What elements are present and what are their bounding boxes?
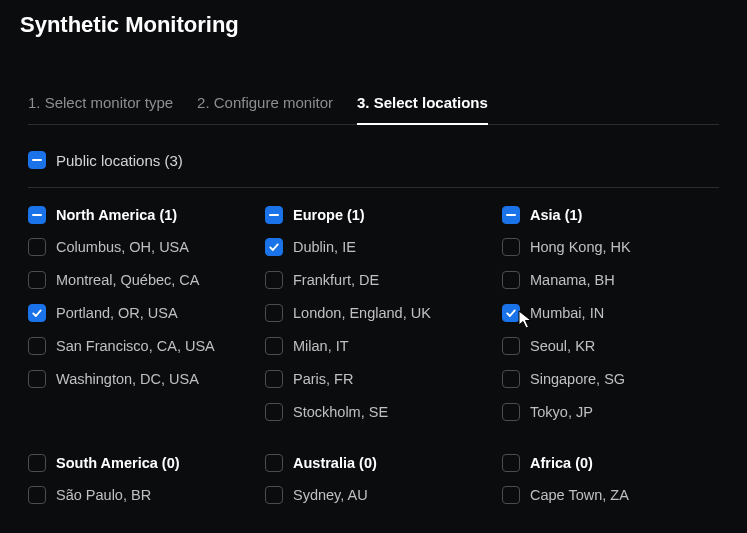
region-europe: Europe (1)Dublin, IEFrankfurt, DELondon,… <box>265 206 482 436</box>
location-checkbox[interactable] <box>28 486 46 504</box>
location-label: Seoul, KR <box>530 338 595 354</box>
region-label: Asia (1) <box>530 207 582 223</box>
location-checkbox[interactable] <box>28 370 46 388</box>
check-icon <box>31 307 43 319</box>
location-item[interactable]: Seoul, KR <box>502 337 719 355</box>
page-title: Synthetic Monitoring <box>0 0 747 46</box>
location-checkbox[interactable] <box>502 403 520 421</box>
region-label: North America (1) <box>56 207 177 223</box>
location-checkbox[interactable] <box>28 337 46 355</box>
region-south-america: South America (0)São Paulo, BR <box>28 454 245 519</box>
location-label: Tokyo, JP <box>530 404 593 420</box>
region-header-south-america: South America (0) <box>28 454 245 472</box>
location-checkbox[interactable] <box>502 486 520 504</box>
location-checkbox[interactable] <box>502 271 520 289</box>
regions-row-1: North America (1)Columbus, OH, USAMontre… <box>28 206 719 436</box>
location-label: Cape Town, ZA <box>530 487 629 503</box>
location-item[interactable]: Cape Town, ZA <box>502 486 719 504</box>
location-checkbox[interactable] <box>265 304 283 322</box>
location-item[interactable]: Frankfurt, DE <box>265 271 482 289</box>
location-label: Frankfurt, DE <box>293 272 379 288</box>
location-checkbox[interactable] <box>265 271 283 289</box>
region-checkbox-africa[interactable] <box>502 454 520 472</box>
location-label: Singapore, SG <box>530 371 625 387</box>
location-checkbox[interactable] <box>502 370 520 388</box>
location-item[interactable]: Stockholm, SE <box>265 403 482 421</box>
wizard-step-3[interactable]: 3. Select locations <box>357 84 488 125</box>
location-checkbox[interactable] <box>265 238 283 256</box>
location-item[interactable]: Singapore, SG <box>502 370 719 388</box>
location-item[interactable]: Hong Kong, HK <box>502 238 719 256</box>
location-item[interactable]: Sydney, AU <box>265 486 482 504</box>
region-checkbox-australia[interactable] <box>265 454 283 472</box>
region-label: South America (0) <box>56 455 180 471</box>
location-item[interactable]: Manama, BH <box>502 271 719 289</box>
region-header-asia: Asia (1) <box>502 206 719 224</box>
location-checkbox[interactable] <box>265 403 283 421</box>
location-item[interactable]: Montreal, Québec, CA <box>28 271 245 289</box>
region-asia: Asia (1)Hong Kong, HKManama, BHMumbai, I… <box>502 206 719 436</box>
wizard-step-2[interactable]: 2. Configure monitor <box>197 84 333 124</box>
location-label: São Paulo, BR <box>56 487 151 503</box>
location-label: Dublin, IE <box>293 239 356 255</box>
location-item[interactable]: Mumbai, IN <box>502 304 719 322</box>
region-header-europe: Europe (1) <box>265 206 482 224</box>
location-checkbox[interactable] <box>502 304 520 322</box>
location-item[interactable]: Portland, OR, USA <box>28 304 245 322</box>
location-item[interactable]: San Francisco, CA, USA <box>28 337 245 355</box>
region-checkbox-south-america[interactable] <box>28 454 46 472</box>
location-checkbox[interactable] <box>28 271 46 289</box>
location-item[interactable]: London, England, UK <box>265 304 482 322</box>
region-north-america: North America (1)Columbus, OH, USAMontre… <box>28 206 245 436</box>
region-checkbox-north-america[interactable] <box>28 206 46 224</box>
region-label: Africa (0) <box>530 455 593 471</box>
location-checkbox[interactable] <box>265 337 283 355</box>
location-checkbox[interactable] <box>502 337 520 355</box>
wizard-steps: 1. Select monitor type2. Configure monit… <box>28 84 719 125</box>
location-label: Hong Kong, HK <box>530 239 631 255</box>
location-label: Paris, FR <box>293 371 353 387</box>
region-header-africa: Africa (0) <box>502 454 719 472</box>
location-label: Milan, IT <box>293 338 349 354</box>
region-africa: Africa (0)Cape Town, ZA <box>502 454 719 519</box>
regions-row-2: South America (0)São Paulo, BRAustralia … <box>28 454 719 519</box>
region-australia: Australia (0)Sydney, AU <box>265 454 482 519</box>
minus-icon <box>32 214 42 217</box>
region-label: Europe (1) <box>293 207 365 223</box>
location-label: Washington, DC, USA <box>56 371 199 387</box>
region-checkbox-europe[interactable] <box>265 206 283 224</box>
location-item[interactable]: Washington, DC, USA <box>28 370 245 388</box>
location-label: Manama, BH <box>530 272 615 288</box>
location-item[interactable]: Dublin, IE <box>265 238 482 256</box>
wizard-step-1[interactable]: 1. Select monitor type <box>28 84 173 124</box>
location-label: Columbus, OH, USA <box>56 239 189 255</box>
location-label: Mumbai, IN <box>530 305 604 321</box>
minus-icon <box>32 159 42 162</box>
location-label: Portland, OR, USA <box>56 305 178 321</box>
public-locations-header: Public locations (3) <box>28 145 719 188</box>
location-label: Montreal, Québec, CA <box>56 272 199 288</box>
location-item[interactable]: Tokyo, JP <box>502 403 719 421</box>
location-item[interactable]: São Paulo, BR <box>28 486 245 504</box>
location-label: Sydney, AU <box>293 487 368 503</box>
minus-icon <box>269 214 279 217</box>
location-label: London, England, UK <box>293 305 431 321</box>
region-label: Australia (0) <box>293 455 377 471</box>
location-item[interactable]: Milan, IT <box>265 337 482 355</box>
location-label: Stockholm, SE <box>293 404 388 420</box>
region-header-north-america: North America (1) <box>28 206 245 224</box>
location-checkbox[interactable] <box>502 238 520 256</box>
location-checkbox[interactable] <box>28 304 46 322</box>
region-header-australia: Australia (0) <box>265 454 482 472</box>
public-locations-label: Public locations (3) <box>56 152 183 169</box>
region-checkbox-asia[interactable] <box>502 206 520 224</box>
check-icon <box>268 241 280 253</box>
location-checkbox[interactable] <box>265 370 283 388</box>
location-item[interactable]: Paris, FR <box>265 370 482 388</box>
check-icon <box>505 307 517 319</box>
minus-icon <box>506 214 516 217</box>
location-checkbox[interactable] <box>28 238 46 256</box>
location-item[interactable]: Columbus, OH, USA <box>28 238 245 256</box>
public-locations-checkbox[interactable] <box>28 151 46 169</box>
location-checkbox[interactable] <box>265 486 283 504</box>
